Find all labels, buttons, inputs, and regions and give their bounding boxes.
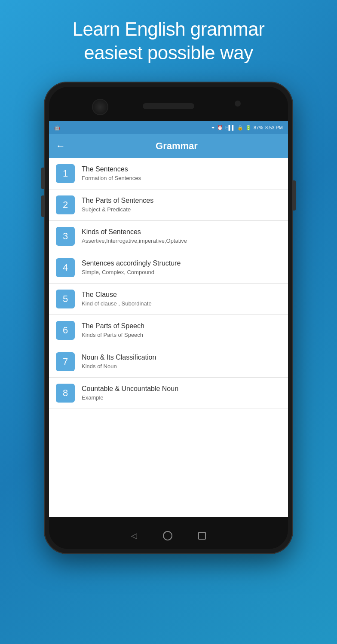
list-item[interactable]: 1 The Sentences Formation of Sentences [49,158,288,189]
item-subtitle: Formation of Sentences [82,175,281,182]
volume-up-button [41,168,44,189]
list-item[interactable]: 7 Noun & Its Classification Kinds of Nou… [49,346,288,378]
phone-inner: 🤖 ✦ ⏰ E▌▌ 🔒 🔋 87% 8:53 PM ← Gram [49,87,288,549]
item-number-badge: 1 [56,164,75,183]
item-title: The Clause [82,290,281,299]
list-item[interactable]: 8 Countable & Uncountable Noun Example [49,378,288,409]
item-text: The Parts of Sentences Subject & Predica… [82,196,281,214]
item-title: Countable & Uncountable Noun [82,385,281,394]
item-number-badge: 6 [56,321,75,340]
volume-down-button [41,195,44,217]
item-text: The Sentences Formation of Sentences [82,165,281,182]
item-text: Noun & Its Classification Kinds of Noun [82,353,281,370]
hero-line1: Learn English grammar [73,18,265,40]
item-number-badge: 8 [56,384,75,403]
item-subtitle: Subject & Predicate [82,206,281,214]
status-bar-right: ✦ ⏰ E▌▌ 🔒 🔋 87% 8:53 PM [211,125,283,131]
app-bar: ← Grammar [49,134,288,158]
list-item[interactable]: 3 Kinds of Sentences Assertive,Interroga… [49,221,288,252]
android-status-icon: 🤖 [54,125,60,131]
item-title: Kinds of Sentences [82,228,281,237]
app-bar-title: Grammar [72,140,281,152]
time-display: 8:53 PM [265,125,283,130]
alarm-icon: ⏰ [217,125,223,131]
item-number-badge: 7 [56,352,75,371]
list-item[interactable]: 5 The Clause Kind of clause , Subordinat… [49,284,288,315]
item-text: The Clause Kind of clause , Subordinate [82,290,281,308]
hero-text: Learn English grammar easiest possible w… [47,0,291,77]
nav-home-icon[interactable] [163,531,172,540]
battery-icon: 🔋 [245,125,251,131]
phone-screen: 🤖 ✦ ⏰ E▌▌ 🔒 🔋 87% 8:53 PM ← Gram [49,121,288,517]
back-button[interactable]: ← [56,140,65,152]
item-title: The Parts of Speech [82,322,281,331]
item-title: The Parts of Sentences [82,196,281,205]
item-title: The Sentences [82,165,281,174]
phone-dot [235,101,241,107]
item-subtitle: Kind of clause , Subordinate [82,300,281,308]
list-item[interactable]: 4 Sentences accordingly Structure Simple… [49,252,288,284]
nav-recent-icon[interactable] [198,532,206,540]
item-title: Sentences accordingly Structure [82,259,281,268]
item-subtitle: Kinds of Parts of Speech [82,332,281,339]
item-subtitle: Kinds of Noun [82,363,281,370]
power-button [293,180,296,211]
grammar-list[interactable]: 1 The Sentences Formation of Sentences 2… [49,158,288,517]
item-subtitle: Simple, Complex, Compound [82,269,281,276]
bluetooth-icon: ✦ [211,125,215,131]
item-text: Sentences accordingly Structure Simple, … [82,259,281,276]
list-item[interactable]: 2 The Parts of Sentences Subject & Predi… [49,189,288,221]
item-text: Countable & Uncountable Noun Example [82,385,281,402]
nav-back-icon[interactable]: ◁ [131,531,137,540]
item-text: The Parts of Speech Kinds of Parts of Sp… [82,322,281,339]
bottom-nav: ◁ [131,531,206,540]
item-text: Kinds of Sentences Assertive,Interrogati… [82,228,281,245]
signal-indicator: E▌▌ [225,125,235,130]
phone-mockup: 🤖 ✦ ⏰ E▌▌ 🔒 🔋 87% 8:53 PM ← Gram [44,82,293,554]
item-number-badge: 3 [56,227,75,246]
battery-percent: 87% [254,125,263,130]
phone-camera [92,99,108,115]
item-number-badge: 5 [56,290,75,308]
status-bar-left: 🤖 [54,125,60,131]
item-number-badge: 2 [56,195,75,214]
hero-line2: easiest possible way [84,42,253,63]
list-item[interactable]: 6 The Parts of Speech Kinds of Parts of … [49,315,288,346]
item-subtitle: Assertive,Interrogative,imperative,Optat… [82,238,281,245]
phone-outer: 🤖 ✦ ⏰ E▌▌ 🔒 🔋 87% 8:53 PM ← Gram [44,82,293,554]
item-number-badge: 4 [56,258,75,277]
phone-speaker [143,103,194,109]
lock-icon: 🔒 [237,125,243,131]
status-bar: 🤖 ✦ ⏰ E▌▌ 🔒 🔋 87% 8:53 PM [49,121,288,134]
item-subtitle: Example [82,394,281,402]
item-title: Noun & Its Classification [82,353,281,362]
